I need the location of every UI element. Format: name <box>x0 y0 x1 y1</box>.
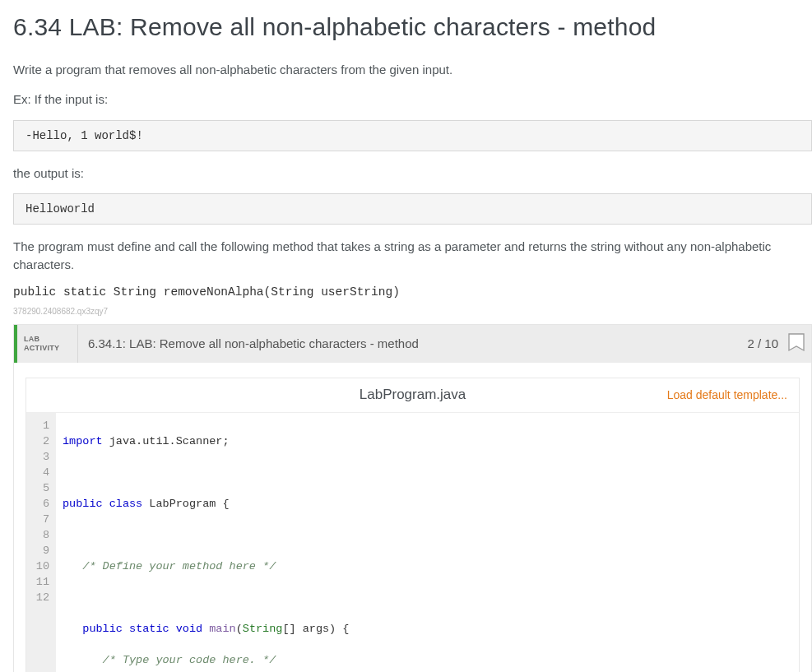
editor-header: LabProgram.java Load default template... <box>26 378 799 413</box>
description-text: The program must define and call the fol… <box>13 238 812 274</box>
page-title: 6.34 LAB: Remove all non-alphabetic char… <box>13 13 812 41</box>
example-input-label: Ex: If the input is: <box>13 90 812 109</box>
activity-score: 2 / 10 <box>739 325 786 363</box>
activity-type-line2: ACTIVITY <box>24 344 77 352</box>
code-content[interactable]: import java.util.Scanner; public class L… <box>56 413 799 672</box>
code-editor[interactable]: 1 2 3 4 5 6 7 8 9 10 11 12 import java.u… <box>26 413 799 672</box>
activity-title: 6.34.1: LAB: Remove all non-alphabetic c… <box>78 325 739 363</box>
content-id: 378290.2408682.qx3zqy7 <box>13 307 812 316</box>
intro-text: Write a program that removes all non-alp… <box>13 61 812 79</box>
method-signature: public static String removeNonAlpha(Stri… <box>13 285 812 299</box>
example-output-label: the output is: <box>13 165 812 183</box>
filename-label: LabProgram.java <box>360 387 466 403</box>
line-number-gutter: 1 2 3 4 5 6 7 8 9 10 11 12 <box>26 413 56 672</box>
bookmark-icon[interactable] <box>786 325 811 363</box>
activity-type-label: LAB ACTIVITY <box>17 325 78 363</box>
activity-header: LAB ACTIVITY 6.34.1: LAB: Remove all non… <box>14 325 811 363</box>
example-output-box: Helloworld <box>13 193 812 225</box>
code-editor-panel: LabProgram.java Load default template...… <box>26 378 800 672</box>
example-input-box: -Hello, 1 world$! <box>13 120 812 151</box>
load-default-template-link[interactable]: Load default template... <box>667 388 787 401</box>
activity-type-line1: LAB <box>24 335 77 343</box>
lab-activity-panel: LAB ACTIVITY 6.34.1: LAB: Remove all non… <box>13 324 812 672</box>
